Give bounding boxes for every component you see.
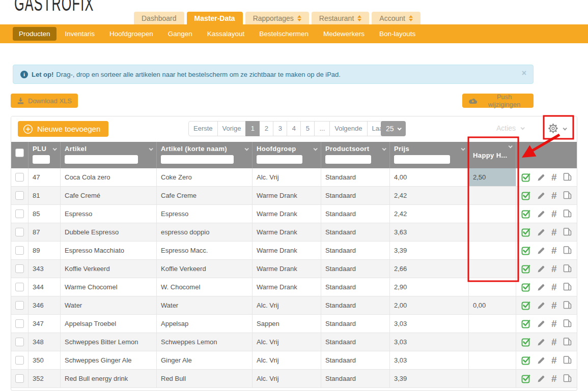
pagination-button[interactable]: ... xyxy=(314,121,330,136)
active-check-icon[interactable] xyxy=(521,246,531,255)
push-changes-button[interactable]: Push wijzigingen xyxy=(462,94,534,108)
copy-icon[interactable] xyxy=(563,209,572,219)
row-checkbox[interactable] xyxy=(15,319,24,328)
edit-pencil-icon[interactable] xyxy=(537,301,546,310)
edit-pencil-icon[interactable] xyxy=(537,173,546,182)
copy-icon[interactable] xyxy=(563,300,572,310)
hash-icon[interactable]: # xyxy=(551,282,557,292)
subnav-item[interactable]: Inventaris xyxy=(59,27,101,41)
nav-tab[interactable]: Rapportages xyxy=(245,12,309,24)
edit-pencil-icon[interactable] xyxy=(537,264,546,274)
row-checkbox[interactable] xyxy=(15,264,24,273)
header-artikel[interactable]: Artikel xyxy=(61,142,157,168)
edit-pencil-icon[interactable] xyxy=(537,228,546,237)
row-checkbox[interactable] xyxy=(15,374,24,383)
active-check-icon[interactable] xyxy=(521,191,531,200)
copy-icon[interactable] xyxy=(563,282,572,292)
pagination-button[interactable]: 2 xyxy=(259,121,273,136)
hash-icon[interactable]: # xyxy=(551,191,557,200)
filter-hoofdgroep-input[interactable] xyxy=(257,155,302,164)
row-checkbox[interactable] xyxy=(15,209,24,218)
pagination-button[interactable]: Eerste xyxy=(188,121,218,136)
download-xls-button[interactable]: Download XLS xyxy=(11,94,78,108)
actions-dropdown[interactable]: Acties xyxy=(496,124,524,132)
edit-pencil-icon[interactable] xyxy=(537,191,546,200)
active-check-icon[interactable] xyxy=(521,282,531,292)
filter-korte-naam-input[interactable] xyxy=(161,155,234,164)
header-productsoort[interactable]: Productsoort xyxy=(321,142,390,168)
active-check-icon[interactable] xyxy=(521,319,531,328)
copy-icon[interactable] xyxy=(563,246,572,255)
subnav-item[interactable]: Hoofdgroepen xyxy=(103,27,159,41)
hash-icon[interactable]: # xyxy=(551,264,557,274)
filter-artikel-input[interactable] xyxy=(65,155,138,164)
edit-pencil-icon[interactable] xyxy=(537,283,546,292)
filter-plu-input[interactable] xyxy=(33,155,50,164)
hash-icon[interactable]: # xyxy=(551,172,557,182)
hash-icon[interactable]: # xyxy=(551,319,557,328)
edit-pencil-icon[interactable] xyxy=(537,338,546,347)
header-happy-hour[interactable]: Happy H... xyxy=(469,142,516,168)
active-check-icon[interactable] xyxy=(521,374,531,383)
edit-pencil-icon[interactable] xyxy=(537,319,546,328)
settings-dropdown[interactable] xyxy=(548,123,566,134)
active-check-icon[interactable] xyxy=(521,264,531,274)
filter-productsoort-input[interactable] xyxy=(325,155,371,164)
subnav-item[interactable]: Kassalayout xyxy=(201,27,251,41)
copy-icon[interactable] xyxy=(563,191,572,200)
nav-tab[interactable]: Restaurant xyxy=(312,12,369,24)
add-new-button[interactable]: Nieuwe toevoegen xyxy=(18,121,108,137)
hash-icon[interactable]: # xyxy=(551,246,557,255)
row-checkbox[interactable] xyxy=(15,283,24,291)
hash-icon[interactable]: # xyxy=(551,209,557,219)
active-check-icon[interactable] xyxy=(521,300,531,310)
edit-pencil-icon[interactable] xyxy=(537,374,546,383)
subnav-item[interactable]: Medewerkers xyxy=(317,27,371,41)
active-check-icon[interactable] xyxy=(521,355,531,365)
row-checkbox[interactable] xyxy=(15,356,24,365)
copy-icon[interactable] xyxy=(563,227,572,237)
header-hoofdgroep[interactable]: Hoofdgroep xyxy=(253,142,321,168)
nav-tab[interactable]: Account xyxy=(372,12,421,24)
copy-icon[interactable] xyxy=(563,337,572,347)
row-checkbox[interactable] xyxy=(15,246,24,255)
row-checkbox[interactable] xyxy=(15,301,24,310)
row-checkbox[interactable] xyxy=(15,191,24,200)
header-korte-naam[interactable]: Artikel (korte naam) xyxy=(157,142,253,168)
edit-pencil-icon[interactable] xyxy=(537,246,546,255)
pagination-button[interactable]: 4 xyxy=(287,121,301,136)
copy-icon[interactable] xyxy=(563,374,572,383)
active-check-icon[interactable] xyxy=(521,227,531,237)
copy-icon[interactable] xyxy=(563,264,572,274)
edit-pencil-icon[interactable] xyxy=(537,209,546,219)
header-plu[interactable]: PLU xyxy=(29,142,61,168)
pagination-button[interactable]: 3 xyxy=(273,121,287,136)
hash-icon[interactable]: # xyxy=(551,300,557,310)
subnav-item[interactable]: Producten xyxy=(13,27,57,41)
subnav-item[interactable]: Gangen xyxy=(162,27,199,41)
row-checkbox[interactable] xyxy=(15,173,24,182)
filter-prijs-input[interactable] xyxy=(394,155,450,164)
active-check-icon[interactable] xyxy=(521,337,531,347)
pagination-button[interactable]: 5 xyxy=(300,121,315,136)
pagination-button[interactable]: 1 xyxy=(245,121,260,136)
row-checkbox[interactable] xyxy=(15,338,24,346)
pagination-button[interactable]: Vorige xyxy=(217,121,246,136)
hash-icon[interactable]: # xyxy=(551,355,557,365)
active-check-icon[interactable] xyxy=(521,172,531,182)
close-icon[interactable]: × xyxy=(522,69,526,77)
pagination-button[interactable]: Volgende xyxy=(329,121,367,136)
edit-pencil-icon[interactable] xyxy=(537,356,546,365)
nav-tab[interactable]: Master-Data xyxy=(187,12,243,24)
hash-icon[interactable]: # xyxy=(551,374,557,383)
select-all-checkbox[interactable] xyxy=(15,148,24,157)
hash-icon[interactable]: # xyxy=(551,227,557,237)
nav-tab[interactable]: Dashboard xyxy=(134,12,184,24)
subnav-item[interactable]: Bon-layouts xyxy=(373,27,422,41)
hash-icon[interactable]: # xyxy=(551,337,557,347)
copy-icon[interactable] xyxy=(563,172,572,182)
active-check-icon[interactable] xyxy=(521,209,531,219)
row-checkbox[interactable] xyxy=(15,228,24,236)
page-size-select[interactable]: 25 xyxy=(381,121,406,136)
copy-icon[interactable] xyxy=(563,355,572,365)
